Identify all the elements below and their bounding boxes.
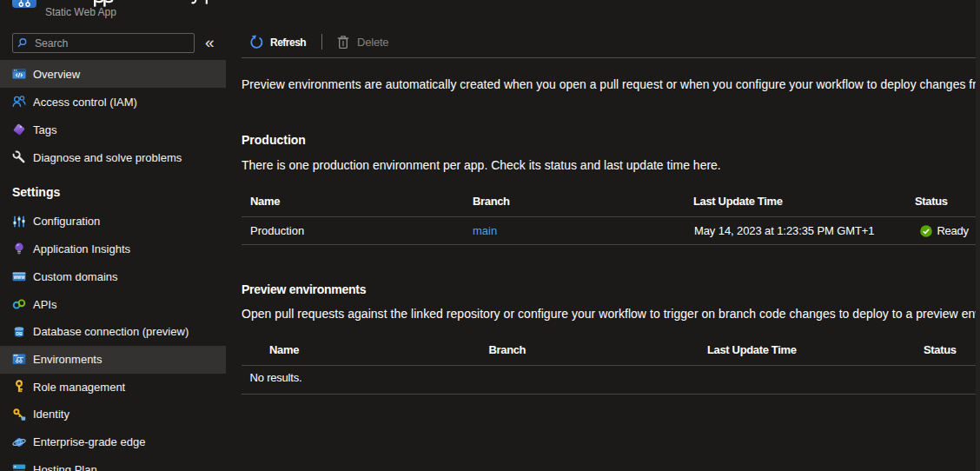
svg-text:WWW: WWW — [13, 275, 25, 280]
svg-text:DB: DB — [16, 331, 23, 336]
